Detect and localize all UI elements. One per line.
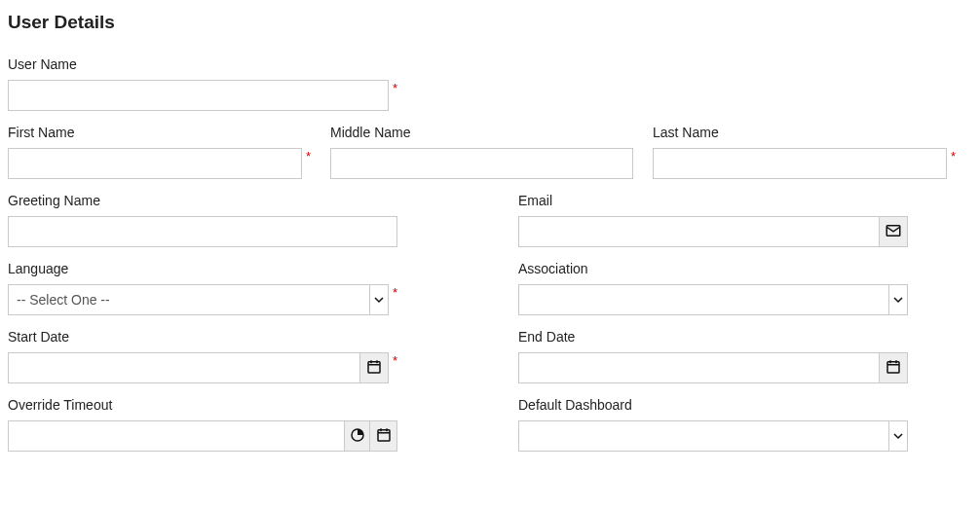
required-mark: * [393,354,397,367]
envelope-icon [885,222,902,242]
svg-rect-1 [368,361,380,372]
start-date-label: Start Date [8,329,397,345]
page-title: User Details [8,12,972,33]
end-date-label: End Date [518,329,908,345]
email-icon-button[interactable] [879,216,908,247]
override-timeout-input[interactable] [8,420,344,452]
last-name-label: Last Name [653,125,956,140]
calendar-icon [885,358,902,379]
last-name-input[interactable] [653,148,947,179]
required-mark: * [306,150,311,163]
middle-name-input[interactable] [330,148,633,179]
required-mark: * [393,82,397,94]
first-name-input[interactable] [8,148,302,179]
first-name-label: First Name [8,125,311,140]
svg-rect-5 [887,361,899,372]
middle-name-label: Middle Name [330,125,633,140]
greeting-name-input[interactable] [8,216,397,247]
calendar-icon [375,426,393,447]
svg-rect-10 [378,429,390,440]
language-label: Language [8,261,397,276]
association-label: Association [518,261,908,276]
end-date-input[interactable] [518,352,879,383]
user-name-input[interactable] [8,80,389,111]
email-input[interactable] [518,216,879,247]
greeting-name-label: Greeting Name [8,193,397,208]
timelapse-icon [349,426,366,447]
calendar-icon [365,358,383,379]
language-select[interactable]: -- Select One -- [8,284,389,315]
end-date-picker-button[interactable] [879,352,908,383]
override-timeout-label: Override Timeout [8,397,397,413]
start-date-input[interactable] [8,352,359,383]
email-label: Email [518,193,908,208]
start-date-picker-button[interactable] [359,352,389,383]
override-date-button[interactable] [370,420,397,452]
required-mark: * [951,150,956,163]
required-mark: * [393,286,397,299]
default-dashboard-select[interactable] [518,420,908,452]
override-time-button[interactable] [344,420,371,452]
user-details-form: User Name * First Name * Middle Name Las… [8,56,972,452]
association-select[interactable] [518,284,908,315]
user-name-label: User Name [8,56,397,72]
default-dashboard-label: Default Dashboard [518,397,908,413]
